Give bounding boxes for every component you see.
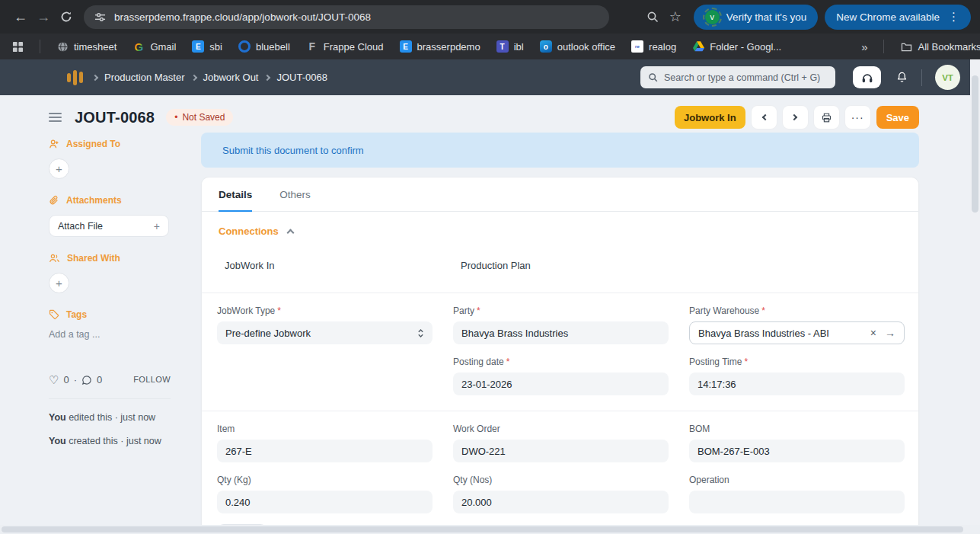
tag-icon: [49, 309, 59, 320]
connections-section: Connections JobWork In Production Plan: [202, 212, 918, 293]
all-bookmarks-button[interactable]: All Bookmarks: [900, 40, 980, 53]
all-bookmarks-label: All Bookmarks: [918, 41, 980, 53]
search-tab-icon[interactable]: [641, 5, 664, 28]
field-label: Party Warehouse: [689, 305, 759, 316]
tab-details[interactable]: Details: [219, 177, 252, 211]
horizontal-scrollbar[interactable]: [0, 525, 980, 534]
like-button[interactable]: ♡: [49, 374, 59, 385]
user-avatar[interactable]: VT: [935, 65, 960, 90]
bookmark-realog[interactable]: re realog: [631, 40, 676, 53]
attachments-section: Attachments: [49, 195, 178, 206]
shared-with-section: Shared With: [49, 253, 178, 264]
reload-icon[interactable]: [55, 5, 78, 28]
field-qty-kg: Qty (Kg) 0.240: [217, 475, 433, 513]
url-text: brasserpdemo.frappe.cloud/app/jobwork-ou…: [114, 11, 371, 23]
verify-badge-icon: v: [705, 10, 720, 24]
tab-others[interactable]: Others: [279, 177, 311, 211]
form-tabs: Details Others: [202, 177, 918, 212]
open-link-icon[interactable]: →: [885, 327, 895, 339]
field-party-warehouse: Party Warehouse* Bhavya Brass Industries…: [689, 305, 905, 344]
chrome-update-chip[interactable]: New Chrome available ⋮: [825, 5, 971, 30]
next-document-button[interactable]: [783, 106, 808, 129]
bookmarks-overflow-icon[interactable]: »: [861, 40, 867, 53]
jobwork-type-select[interactable]: Pre-define Jobwork: [217, 321, 433, 344]
bookmark-sbi[interactable]: E sbi: [192, 40, 222, 53]
horizontal-scrollbar-thumb[interactable]: [2, 526, 963, 532]
clear-field-icon[interactable]: ×: [870, 327, 876, 339]
add-share-button[interactable]: +: [49, 273, 69, 293]
posting-date-input[interactable]: 23-01-2026: [453, 373, 669, 395]
add-assignment-button[interactable]: +: [49, 158, 69, 179]
page-title: JOUT-0068: [75, 109, 155, 126]
field-qty-nos: Qty (Nos) 20.000: [453, 475, 669, 513]
party-warehouse-input[interactable]: Bhavya Brass Industries - ABI × →: [689, 321, 905, 344]
page-header: JOUT-0068 • Not Saved Jobwork In ··· Sav…: [0, 95, 980, 133]
collapse-chevron-icon[interactable]: [286, 229, 294, 237]
required-marker: *: [744, 357, 748, 367]
print-button[interactable]: [814, 106, 839, 129]
work-order-input[interactable]: DWO-221: [453, 440, 669, 462]
form-card: Details Others Connections JobWork In Pr…: [201, 177, 919, 525]
item-input[interactable]: 267-E: [217, 440, 433, 462]
verify-identity-chip[interactable]: v Verify that it's you: [694, 5, 818, 30]
sidebar-toggle-icon[interactable]: [49, 113, 62, 122]
app-logo-icon[interactable]: [67, 69, 83, 86]
bom-input[interactable]: BOM-267-E-003: [689, 440, 905, 462]
back-icon[interactable]: ←: [9, 5, 32, 28]
vertical-scrollbar[interactable]: [970, 59, 980, 525]
breadcrumb-jobwork-out[interactable]: Jobwork Out: [203, 72, 259, 83]
attach-file-label: Attach File: [58, 221, 103, 232]
bookmark-brasserpdemo[interactable]: E brasserpdemo: [400, 40, 480, 53]
breadcrumb-chevron-icon: [264, 74, 270, 80]
forward-icon[interactable]: →: [32, 5, 55, 28]
party-input[interactable]: Bhavya Brass Industries: [453, 321, 669, 344]
comment-icon[interactable]: [81, 375, 92, 385]
google-drive-icon: [692, 40, 704, 53]
bookmark-ibl[interactable]: T ibl: [496, 40, 524, 53]
chevron-left-icon: [761, 114, 768, 120]
verify-chip-label: Verify that it's you: [726, 11, 806, 23]
bookmark-google-folder[interactable]: Folder - Googl...: [692, 40, 781, 53]
bookmark-bluebell[interactable]: bluebell: [238, 40, 290, 53]
save-button[interactable]: Save: [876, 106, 919, 129]
url-bar[interactable]: brasserpdemo.frappe.cloud/app/jobwork-ou…: [84, 5, 609, 29]
breadcrumb-production-master[interactable]: Production Master: [104, 72, 185, 83]
folder-icon: [900, 40, 912, 53]
bookmark-label: realog: [649, 41, 676, 53]
globe-icon: [56, 40, 69, 53]
bookmark-star-icon[interactable]: ☆: [664, 5, 687, 28]
add-tag-input[interactable]: Add a tag ...: [49, 329, 178, 340]
bookmark-frappe-cloud[interactable]: F Frappe Cloud: [306, 40, 384, 53]
ellipsis-icon: ···: [851, 111, 864, 123]
chrome-menu-icon[interactable]: ⋮: [948, 10, 959, 24]
form-section-item: Item 267-E Work Order DWO-221: [202, 411, 918, 525]
bookmark-outlook-office[interactable]: o outlook office: [540, 40, 615, 53]
plus-icon: +: [154, 220, 160, 232]
search-input[interactable]: [664, 72, 828, 83]
connection-jobwork-in[interactable]: JobWork In: [225, 260, 461, 271]
operation-input[interactable]: [689, 491, 905, 513]
jobwork-in-button[interactable]: Jobwork In: [675, 106, 745, 129]
global-search[interactable]: [640, 66, 835, 88]
field-label: Party: [453, 305, 474, 316]
site-settings-icon[interactable]: [94, 11, 106, 23]
connection-production-plan[interactable]: Production Plan: [461, 260, 697, 271]
posting-time-input[interactable]: 14:17:36: [689, 373, 905, 395]
menu-button[interactable]: ···: [845, 106, 870, 129]
follow-button[interactable]: FOLLOW: [133, 375, 171, 384]
qty-nos-input[interactable]: 20.000: [453, 491, 669, 513]
prev-document-button[interactable]: [752, 106, 777, 129]
required-marker: *: [761, 305, 765, 316]
field-label: Qty (Nos): [453, 475, 492, 485]
attach-file-button[interactable]: Attach File +: [49, 215, 169, 237]
bookmark-label: Frappe Cloud: [324, 41, 384, 53]
bookmark-label: Folder - Googl...: [710, 41, 781, 53]
vertical-scrollbar-thumb[interactable]: [972, 75, 978, 213]
bookmark-timesheet[interactable]: timesheet: [56, 40, 117, 53]
help-button[interactable]: [853, 66, 881, 88]
qty-kg-input[interactable]: 0.240: [217, 491, 433, 513]
notifications-button[interactable]: [895, 71, 908, 84]
bookmark-gmail[interactable]: G Gmail: [132, 40, 176, 53]
social-row: ♡ 0 · 0 FOLLOW: [49, 373, 171, 385]
apps-grid-icon[interactable]: [12, 41, 24, 53]
